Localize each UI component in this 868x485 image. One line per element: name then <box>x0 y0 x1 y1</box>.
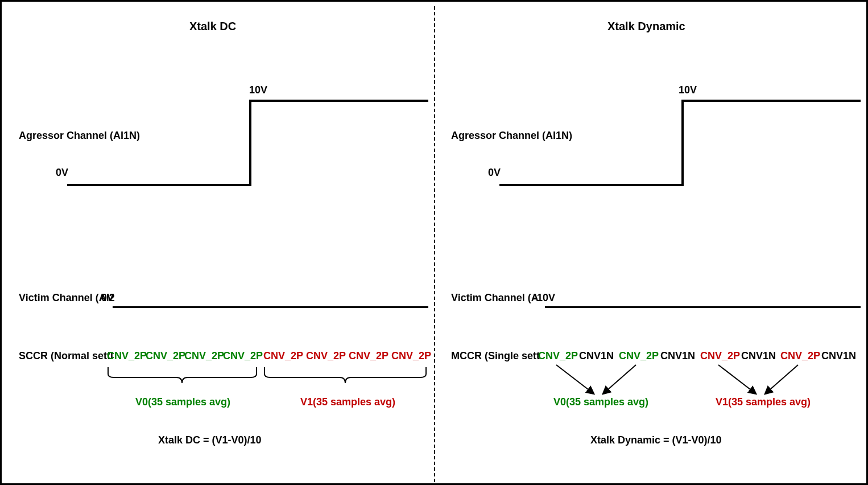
right-cnv-r2: CNV_2P <box>780 350 820 362</box>
left-agg-high <box>249 100 428 102</box>
left-victim-label: Victim Channel (AI2 <box>19 292 115 304</box>
right-cnv-r1: CNV_2P <box>700 350 740 362</box>
right-agg-10v: 10V <box>679 84 697 96</box>
left-cnv-g4: CNV_2P <box>223 350 263 362</box>
left-cnv-r4: CNV_2P <box>391 350 431 362</box>
left-agg-10v: 10V <box>249 84 267 96</box>
right-v0-label: V0(35 samples avg) <box>553 396 648 408</box>
left-v0-label: V0(35 samples avg) <box>135 396 230 408</box>
right-victim-line <box>545 306 861 308</box>
left-cnv-g2: CNV_2P <box>146 350 185 362</box>
right-cnv1n-2: CNV1N <box>660 350 695 362</box>
right-agg-rise <box>681 100 684 186</box>
right-cnv-g1: CNV_2P <box>538 350 578 362</box>
diagram-frame: Xtalk DC Agressor Channel (AI1N) 0V 10V … <box>0 0 868 485</box>
right-agg-low <box>499 184 681 186</box>
right-cnv1n-4: CNV1N <box>821 350 856 362</box>
svg-line-1 <box>604 365 636 393</box>
left-cnv-r2: CNV_2P <box>306 350 346 362</box>
left-brace-v1 <box>263 366 427 389</box>
svg-line-0 <box>556 365 593 393</box>
right-arrows-v1 <box>698 364 829 398</box>
left-agg-rise <box>249 100 251 186</box>
center-divider <box>434 6 435 482</box>
right-mccr-prefix: MCCR (Single sett <box>451 350 540 362</box>
left-victim-v: 0V <box>101 292 114 304</box>
left-agg-low <box>67 184 249 186</box>
right-v1-label: V1(35 samples avg) <box>716 396 811 408</box>
svg-line-2 <box>718 365 755 393</box>
left-agg-0v: 0V <box>56 167 68 179</box>
left-cnv-r1: CNV_2P <box>263 350 303 362</box>
right-cnv-g2: CNV_2P <box>619 350 659 362</box>
left-aggressor-label: Agressor Channel (AI1N) <box>19 130 140 142</box>
left-sccr-prefix: SCCR (Normal settl <box>19 350 113 362</box>
right-agg-0v: 0V <box>488 167 501 179</box>
right-cnv1n-3: CNV1N <box>741 350 776 362</box>
right-formula: Xtalk Dynamic = (V1-V0)/10 <box>590 434 722 446</box>
left-brace-v0 <box>107 366 258 389</box>
left-formula: Xtalk DC = (V1-V0)/10 <box>158 434 262 446</box>
right-agg-high <box>681 100 861 102</box>
left-cnv-g3: CNV_2P <box>184 350 224 362</box>
svg-line-3 <box>766 365 798 393</box>
left-v1-label: V1(35 samples avg) <box>300 396 395 408</box>
right-title: Xtalk Dynamic <box>607 20 685 33</box>
right-victim-label: Victim Channel (A <box>451 292 539 304</box>
right-aggressor-label: Agressor Channel (AI1N) <box>451 130 572 142</box>
right-cnv1n-1: CNV1N <box>579 350 614 362</box>
left-title: Xtalk DC <box>189 20 236 33</box>
right-arrows-v0 <box>536 364 667 398</box>
left-cnv-r3: CNV_2P <box>349 350 388 362</box>
right-victim-v: -10V <box>534 292 555 304</box>
left-victim-line <box>113 306 428 308</box>
left-cnv-g1: CNV_2P <box>107 350 147 362</box>
